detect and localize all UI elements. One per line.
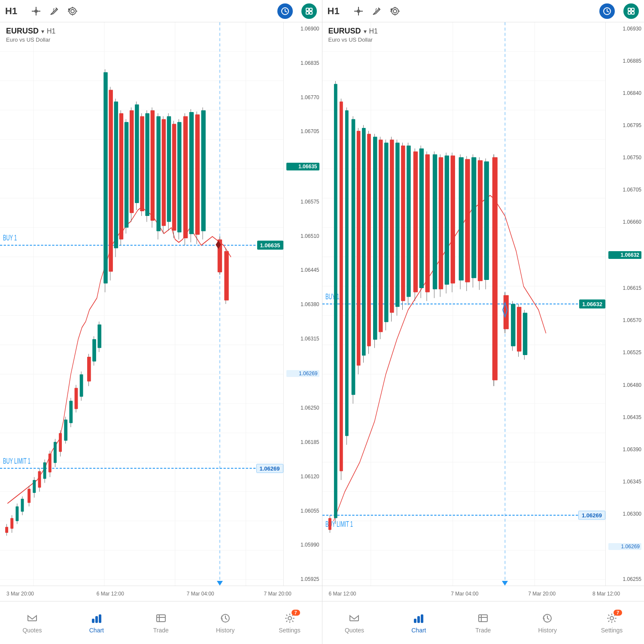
history-icon-right [541,612,553,624]
svg-rect-33 [15,507,18,521]
buy1-price-tag-left: 1.06635 [257,241,283,250]
time-axis-left: 3 Mar 20:00 6 Mar 12:00 7 Mar 04:00 7 Ma… [0,586,322,601]
nav-trade-right[interactable]: Trade [451,601,515,644]
trade-icon-right [477,612,489,624]
svg-text:BUY 1: BUY 1 [3,234,17,242]
svg-rect-141 [345,110,348,436]
buy-limit-price-tag-right: 1.06269 [578,511,605,520]
indicators-tool-right[interactable] [389,6,401,16]
buy-limit-price-tag-left: 1.06269 [256,464,283,473]
settings-icon-left: 7 [284,612,296,624]
pen-tool-left[interactable]: f [49,6,59,16]
svg-rect-31 [10,518,13,529]
history-icon-left [219,612,231,624]
svg-point-111 [392,8,398,15]
svg-rect-169 [425,155,429,292]
svg-rect-196 [516,307,521,352]
svg-rect-87 [162,119,166,226]
crosshair-cursor-left [217,581,223,586]
svg-rect-93 [177,122,182,232]
svg-rect-121 [628,12,631,14]
symbol-desc-left: Euro vs US Dollar [6,36,55,43]
svg-rect-145 [356,131,360,366]
svg-text:f: f [375,7,377,12]
nav-settings-left[interactable]: 7 Settings [258,601,322,644]
nav-history-right[interactable]: History [515,601,580,644]
svg-rect-43 [43,462,46,479]
svg-point-5 [71,9,74,13]
link-icon-right[interactable] [623,3,639,19]
svg-rect-63 [97,325,101,348]
svg-rect-99 [195,115,200,235]
chart-panel-right: H1 f [322,0,644,601]
timeframe-right: H1 [328,6,345,17]
svg-point-4 [69,8,76,15]
svg-rect-200 [92,619,94,623]
svg-rect-209 [414,619,416,623]
svg-rect-106 [224,251,228,301]
bottom-nav: Quotes Chart Trade History 7 Setting [0,601,644,644]
crosshair-tool-left[interactable] [31,6,41,16]
link-icon-left[interactable] [301,3,317,19]
canvas-left[interactable]: BUY LIMIT 1 BUY 1 [0,22,283,586]
chart-header-right: EURUSD ▾ H1 Euro vs US Dollar [328,27,378,43]
svg-rect-151 [373,137,377,340]
settings-label-left: Settings [279,627,301,634]
chart-header-left: EURUSD ▾ H1 Euro vs US Dollar [6,27,55,43]
indicators-tool-left[interactable] [67,6,78,16]
nav-quotes-left[interactable]: Quotes [0,601,64,644]
svg-rect-203 [157,615,165,622]
toolbar-icons-right: f [353,6,401,16]
chart-icon-right [413,612,425,624]
buy1-price-tag-right: 1.06632 [579,300,605,309]
svg-rect-198 [522,313,527,355]
clock-icon-left[interactable] [277,3,293,19]
svg-point-115 [391,9,392,10]
nav-trade-left[interactable]: Trade [129,601,193,644]
svg-rect-135 [328,518,331,530]
nav-chart-left[interactable]: Chart [64,601,129,644]
svg-rect-53 [69,401,73,423]
svg-rect-51 [64,419,67,440]
nav-half-left: Quotes Chart Trade History 7 Setting [0,601,322,644]
chart-label-right: Chart [411,627,426,634]
svg-rect-202 [99,615,101,623]
chart-svg-left: BUY LIMIT 1 BUY 1 [0,22,283,586]
svg-rect-79 [140,116,144,211]
symbol-tf-right: H1 [369,27,378,35]
nav-settings-right[interactable]: 7 Settings [580,601,644,644]
svg-rect-101 [201,110,206,231]
nav-chart-right[interactable]: Chart [386,601,451,644]
chart-area-right[interactable]: EURUSD ▾ H1 Euro vs US Dollar [322,22,644,586]
svg-rect-65 [103,72,108,283]
canvas-right[interactable]: BUY LIMIT 1 BUY 1 [322,22,606,586]
trade-icon-left [155,612,167,624]
svg-rect-210 [418,617,419,623]
timeframe-left: H1 [5,6,22,17]
svg-rect-157 [390,140,394,313]
nav-quotes-right[interactable]: Quotes [322,601,387,644]
main-container: H1 f [0,0,644,601]
svg-rect-77 [135,104,139,203]
price-axis-right: 1.06930 1.06885 1.06840 1.06795 1.06750 … [605,22,644,586]
svg-rect-161 [401,146,405,301]
pen-tool-right[interactable]: f [371,6,382,16]
svg-rect-81 [145,113,149,216]
clock-icon-right[interactable] [599,3,615,19]
svg-rect-187 [484,161,489,280]
symbol-right: EURUSD [328,27,361,36]
svg-rect-149 [367,134,371,346]
svg-rect-37 [27,489,30,503]
svg-rect-177 [450,155,455,283]
quotes-icon-right [348,612,360,624]
svg-rect-122 [632,12,634,14]
nav-history-left[interactable]: History [193,601,258,644]
crosshair-tool-right[interactable] [353,6,364,16]
svg-rect-139 [339,102,343,471]
svg-rect-211 [421,615,423,623]
chart-area-left[interactable]: EURUSD ▾ H1 Euro vs US Dollar [0,22,322,586]
svg-rect-69 [114,102,118,249]
svg-rect-194 [511,304,515,346]
price-axis-left: 1.06900 1.06835 1.06770 1.06705 1.06635 … [283,22,322,586]
svg-rect-167 [419,149,423,288]
